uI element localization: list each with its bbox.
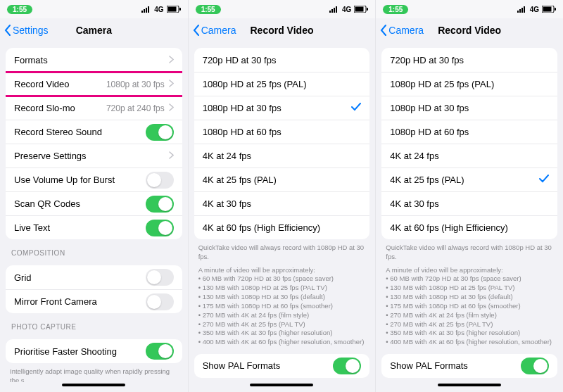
status-bar: 1:55 4G xyxy=(0,0,188,18)
row-record-slomo[interactable]: Record Slo-mo 720p at 240 fps xyxy=(6,96,182,120)
svg-rect-14 xyxy=(517,11,519,13)
approx-list: 60 MB with 720p HD at 30 fps (space save… xyxy=(198,274,366,347)
approx-item: 400 MB with 4K at 60 fps (higher resolut… xyxy=(198,338,366,347)
svg-rect-10 xyxy=(336,6,337,13)
switch-grid[interactable] xyxy=(146,269,174,286)
row-preserve-settings[interactable]: Preserve Settings xyxy=(6,144,182,167)
phone-record-video-a: 1:55 4G Camera Record Video 720p HD at 3… xyxy=(188,0,376,392)
row-value: 1080p at 30 fps xyxy=(106,80,165,89)
row-formats[interactable]: Formats xyxy=(6,48,182,72)
video-option[interactable]: 4K at 60 fps (High Efficiency) xyxy=(194,215,370,239)
video-option[interactable]: 1080p HD at 30 fps xyxy=(381,96,557,120)
back-button[interactable]: Camera xyxy=(193,25,236,36)
back-button[interactable]: Camera xyxy=(380,25,424,36)
approx-block: A minute of video will be approximately:… xyxy=(189,262,376,347)
option-label: 4K at 30 fps xyxy=(203,198,362,209)
approx-item: 270 MB with 4K at 25 fps (PAL TV) xyxy=(386,320,553,329)
option-label: 4K at 24 fps xyxy=(203,151,362,161)
row-volume-burst: Use Volume Up for Burst xyxy=(6,167,182,191)
checkmark-icon xyxy=(351,103,361,113)
option-label: 1080p HD at 60 fps xyxy=(390,127,549,137)
video-option[interactable]: 720p HD at 30 fps xyxy=(381,48,557,72)
battery-icon xyxy=(167,6,181,13)
back-label: Camera xyxy=(388,25,424,36)
phone-record-video-b: 1:55 4G Camera Record Video 720p HD at 3… xyxy=(375,0,563,392)
section-composition-label: COMPOSITION xyxy=(0,239,188,260)
chevron-left-icon xyxy=(380,25,387,36)
option-label: 4K at 24 fps xyxy=(390,151,549,161)
video-option[interactable]: 4K at 30 fps xyxy=(194,191,370,215)
approx-item: 60 MB with 720p HD at 30 fps (space save… xyxy=(198,274,366,284)
row-label: Live Text xyxy=(14,222,146,233)
row-record-video[interactable]: Record Video 1080p at 30 fps xyxy=(6,72,182,96)
hint-text: QuickTake video will always record with … xyxy=(376,239,563,262)
video-option[interactable]: 4K at 60 fps (High Efficiency) xyxy=(381,215,557,239)
video-options-list: 720p HD at 30 fps1080p HD at 25 fps (PAL… xyxy=(381,48,557,239)
back-button[interactable]: Settings xyxy=(4,25,49,36)
video-option[interactable]: 1080p HD at 30 fps xyxy=(194,96,370,120)
signal-icon xyxy=(329,6,339,13)
video-option[interactable]: 4K at 25 fps (PAL) xyxy=(381,167,557,191)
svg-rect-1 xyxy=(144,9,145,13)
approx-item: 400 MB with 4K at 60 fps (higher resolut… xyxy=(386,338,553,347)
chevron-left-icon xyxy=(4,25,11,36)
page-title: Record Video xyxy=(438,25,501,36)
status-time: 1:55 xyxy=(383,5,408,14)
video-option[interactable]: 1080p HD at 25 fps (PAL) xyxy=(194,72,370,96)
row-label: Grid xyxy=(14,272,146,283)
switch-show-pal[interactable] xyxy=(521,358,549,374)
video-option[interactable]: 1080p HD at 60 fps xyxy=(194,120,370,144)
row-label: Preserve Settings xyxy=(14,151,165,161)
switch-stereo-sound[interactable] xyxy=(146,124,174,141)
switch-live-text[interactable] xyxy=(146,220,174,236)
switch-prioritise-faster[interactable] xyxy=(146,343,174,360)
video-option[interactable]: 4K at 30 fps xyxy=(381,191,557,215)
svg-rect-9 xyxy=(334,8,335,13)
chevron-right-icon xyxy=(169,55,174,65)
option-label: 1080p HD at 30 fps xyxy=(203,103,352,113)
footer-caption: Intelligently adapt image quality when r… xyxy=(0,363,188,382)
option-label: 720p HD at 30 fps xyxy=(390,55,549,65)
home-indicator[interactable] xyxy=(189,382,376,392)
status-indicators: 4G xyxy=(329,6,368,13)
option-label: 1080p HD at 25 fps (PAL) xyxy=(203,79,362,89)
status-indicators: 4G xyxy=(141,6,180,13)
option-label: 4K at 25 fps (PAL) xyxy=(203,175,362,185)
switch-mirror-front[interactable] xyxy=(146,293,174,310)
row-live-text: Live Text xyxy=(6,215,182,239)
row-label: Scan QR Codes xyxy=(14,198,146,209)
video-option[interactable]: 4K at 24 fps xyxy=(381,144,557,167)
video-option[interactable]: 1080p HD at 60 fps xyxy=(381,120,557,144)
approx-item: 130 MB with 1080p HD at 30 fps (default) xyxy=(198,293,366,302)
page-title: Camera xyxy=(76,25,112,36)
page-title: Record Video xyxy=(250,25,313,36)
signal-icon xyxy=(141,6,151,13)
option-label: 4K at 25 fps (PAL) xyxy=(390,175,539,185)
video-option[interactable]: 1080p HD at 25 fps (PAL) xyxy=(381,72,557,96)
row-value: 720p at 240 fps xyxy=(106,103,165,113)
switch-show-pal[interactable] xyxy=(333,358,361,374)
option-label: 4K at 60 fps (High Efficiency) xyxy=(203,222,362,233)
switch-volume-burst[interactable] xyxy=(146,172,174,189)
chevron-right-icon xyxy=(169,79,174,89)
status-time: 1:55 xyxy=(196,5,221,14)
option-label: 4K at 60 fps (High Efficiency) xyxy=(390,222,549,233)
home-indicator[interactable] xyxy=(376,382,563,392)
video-option[interactable]: 4K at 24 fps xyxy=(194,144,370,167)
home-indicator[interactable] xyxy=(0,382,188,392)
status-time: 1:55 xyxy=(7,5,32,14)
approx-block: A minute of video will be approximately:… xyxy=(376,262,563,347)
row-scan-qr: Scan QR Codes xyxy=(6,191,182,215)
video-options-list: 720p HD at 30 fps1080p HD at 25 fps (PAL… xyxy=(194,48,370,239)
svg-rect-8 xyxy=(331,9,333,13)
network-label: 4G xyxy=(154,6,163,13)
svg-rect-16 xyxy=(521,8,523,13)
video-option[interactable]: 4K at 25 fps (PAL) xyxy=(194,167,370,191)
video-option[interactable]: 720p HD at 30 fps xyxy=(194,48,370,72)
approx-item: 350 MB with 4K at 30 fps (higher resolut… xyxy=(198,329,366,338)
settings-group-main: Formats Record Video 1080p at 30 fps Rec… xyxy=(6,48,182,239)
back-label: Settings xyxy=(13,25,49,36)
battery-icon xyxy=(354,6,368,13)
switch-scan-qr[interactable] xyxy=(146,196,174,213)
approx-item: 130 MB with 1080p HD at 25 fps (PAL TV) xyxy=(386,284,553,293)
